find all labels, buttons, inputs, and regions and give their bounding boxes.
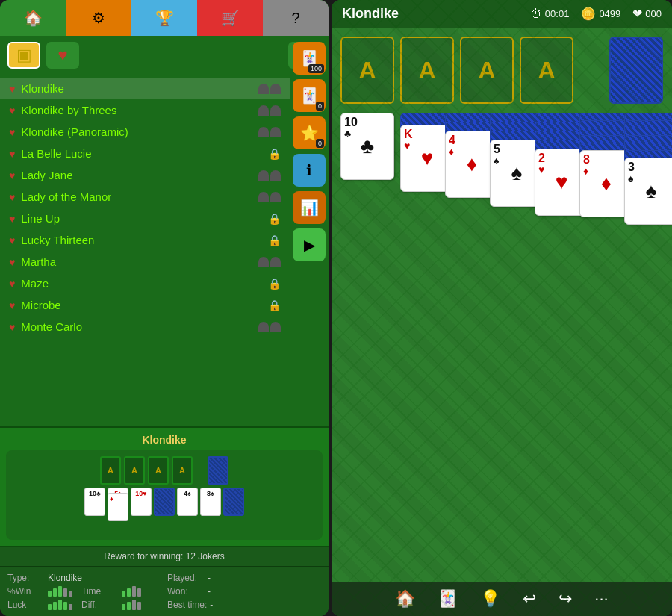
reward-bar: Reward for winning: 12 Jokers — [0, 546, 329, 566]
foundation-3[interactable]: A — [460, 37, 514, 104]
list-item[interactable]: ♥ Lady of the Manor — [0, 186, 290, 208]
list-item[interactable]: ♥ Maze 🔒 — [0, 273, 290, 294]
preview-col-6: 8♠ — [200, 488, 221, 516]
redo-bottom-btn[interactable]: ↪ — [559, 589, 572, 609]
coins-value: 0499 — [599, 8, 620, 19]
preview-foundation-2: A — [124, 456, 145, 485]
reward-text: Reward for winning: 12 Jokers — [104, 551, 224, 561]
preview-tableau-row: 10♣ 5♦ ♦ 10♥ 4♠ 8♠ — [84, 488, 244, 516]
help-nav-btn[interactable]: ? — [263, 0, 329, 36]
lives-stat: ❤ 000 — [632, 7, 662, 21]
trophy-nav-btn[interactable]: 🏆 — [131, 0, 197, 36]
list-item[interactable]: ♥ Lady Jane — [0, 164, 290, 186]
player-icons — [258, 257, 281, 267]
list-item[interactable]: ♥ Microbe 🔒 — [0, 294, 290, 316]
list-item[interactable]: ♥ La Belle Lucie 🔒 — [0, 143, 290, 164]
type-row: Type: Klondike — [7, 573, 161, 583]
play-btn[interactable]: ▶ — [293, 228, 326, 261]
joker-btn[interactable]: 🃏 100 — [293, 42, 326, 75]
player-icons — [258, 105, 281, 116]
card-center-suit: ♦ — [601, 172, 612, 196]
list-item[interactable]: ♥ Lucky Thirteen 🔒 — [0, 229, 290, 251]
diff-label: Diff. — [81, 600, 119, 610]
deck-back — [611, 38, 662, 102]
heart-icon: ♥ — [9, 234, 15, 246]
tableau-col-6: 8 ♦ ♦ — [579, 113, 618, 217]
chart-btn[interactable]: 📊 — [293, 191, 326, 224]
player-icons — [258, 84, 281, 94]
list-item[interactable]: ♥ Klondike by Threes — [0, 99, 290, 121]
heart-filter-btn[interactable]: ♥ — [46, 42, 79, 69]
win-label: %Win — [7, 586, 45, 597]
preview-foundation-1: A — [100, 456, 121, 485]
heart-icon: ♥ — [9, 126, 15, 138]
undo-bottom-btn[interactable]: ↩ — [523, 589, 536, 609]
settings-nav-btn[interactable]: ⚙ — [66, 0, 131, 36]
game-item-label: Martha — [21, 255, 252, 268]
joker2-btn[interactable]: 🃏 0 — [293, 79, 326, 112]
card-rank: 5 — [494, 143, 540, 155]
preview-section: Klondike A A A A 10♣ 5♦ — [0, 426, 329, 546]
game-item-label: Monte Carlo — [21, 320, 252, 333]
game-item-label: Lady Jane — [21, 169, 252, 181]
preview-col-2: 5♦ ♦ — [108, 488, 128, 516]
coins-icon: 🪙 — [581, 7, 596, 21]
game-item-label: Klondike — [21, 82, 252, 95]
list-item[interactable]: ♥ Martha — [0, 251, 290, 273]
type-value: Klondike — [48, 573, 82, 583]
heart-icon: ♥ — [9, 213, 15, 225]
foundation-1[interactable]: A — [340, 37, 394, 104]
lives-value: 000 — [645, 8, 662, 19]
foundation-4[interactable]: A — [520, 37, 573, 104]
more-bottom-btn[interactable]: ··· — [594, 589, 608, 609]
bottom-bar: 🏠 🃏 💡 ↩ ↪ ··· — [332, 582, 672, 616]
preview-col-5: 4♠ — [177, 488, 198, 516]
hint-bottom-btn[interactable]: 💡 — [480, 589, 500, 609]
game-item-label: Klondike by Threes — [21, 104, 252, 116]
game-list: ♥ Klondike ♥ Klondike by Threes ♥ Klondi… — [0, 75, 329, 426]
card-center-suit: ♦ — [467, 152, 477, 176]
foundation-2[interactable]: A — [400, 37, 454, 104]
won-row: Won: - — [167, 586, 321, 597]
game-title: Klondike — [342, 6, 518, 22]
preview-col-3: 10♥ — [131, 488, 152, 516]
list-item[interactable]: ♥ Klondike — [0, 78, 290, 99]
card-rank: 4 — [449, 134, 495, 146]
heart-icon: ♥ — [9, 83, 15, 95]
card-table: A A A A 10 ♣ ♣ K ♥ — [332, 28, 672, 582]
tableau-col-7: 3 ♠ ♠ — [624, 113, 663, 225]
tableau-col-1: 10 ♣ ♣ — [340, 113, 394, 180]
game-item-label: Maze — [21, 277, 265, 290]
card-10c[interactable]: 10 ♣ ♣ — [340, 113, 394, 180]
preview-deck — [208, 456, 228, 485]
list-item[interactable]: ♥ Klondike (Panoramic) — [0, 121, 290, 143]
cart-nav-btn[interactable]: 🛒 — [197, 0, 263, 36]
played-value: - — [208, 573, 211, 583]
time-label: Time — [81, 586, 119, 597]
cards-bottom-btn[interactable]: 🃏 — [438, 589, 458, 609]
time-bars — [122, 586, 141, 597]
joker2-badge: 0 — [316, 102, 324, 111]
preview-foundation-row: A A A A — [100, 456, 228, 485]
timer-value: 00:01 — [545, 8, 570, 19]
preview-foundation-4: A — [172, 456, 193, 485]
star-btn[interactable]: ⭐ 0 — [293, 116, 326, 149]
top-nav: 🏠 ⚙ 🏆 🛒 ? — [0, 0, 329, 36]
info-btn[interactable]: ℹ — [293, 154, 326, 187]
card-filter-btn[interactable]: ▣ — [7, 42, 40, 69]
lock-icon: 🔒 — [268, 148, 281, 160]
home-nav-btn[interactable]: 🏠 — [0, 0, 66, 36]
tableau-col-3: 4 ♦ ♦ — [445, 113, 484, 198]
heart-icon: ♥ — [9, 191, 15, 203]
preview-title: Klondike — [6, 434, 323, 446]
home-bottom-btn[interactable]: 🏠 — [395, 589, 415, 609]
tableau-col-5: 2 ♥ ♥ — [535, 113, 573, 216]
list-item[interactable]: ♥ Monte Carlo — [0, 316, 290, 337]
card-3s[interactable]: 3 ♠ ♠ — [624, 158, 672, 225]
lock-icon: 🔒 — [268, 299, 281, 311]
stats-section: Type: Klondike Played: - %Win Time — [0, 566, 329, 616]
player-icons — [258, 192, 281, 202]
player-icons — [258, 322, 281, 332]
deck-slot[interactable] — [609, 37, 663, 104]
list-item[interactable]: ♥ Line Up 🔒 — [0, 208, 290, 229]
